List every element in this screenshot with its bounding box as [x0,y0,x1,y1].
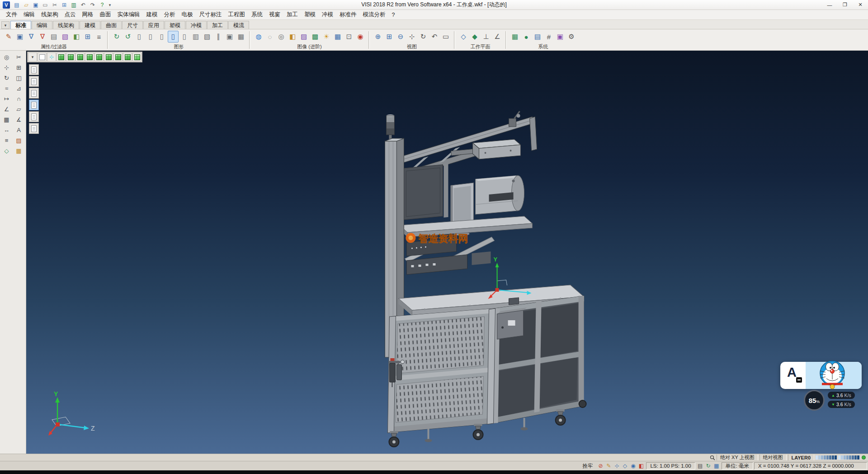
array-icon[interactable]: ▦ [1,114,12,124]
tab-1[interactable]: 编辑 [32,21,52,29]
viewport-list-6[interactable] [29,123,39,134]
tab-8[interactable]: 冲模 [186,21,207,29]
open-file-icon[interactable]: ▱ [22,1,31,9]
menu-item-7[interactable]: 建模 [143,10,161,19]
blank-view-icon[interactable] [38,52,47,62]
chamfer-icon[interactable]: ∠ [1,104,12,114]
refresh-status-icon[interactable]: ↻ [704,462,712,469]
display-settings-icon[interactable]: ▦ [236,31,246,43]
named-view-icon[interactable]: ▭ [440,31,451,43]
lock-constraint-icon[interactable]: ⊘ [596,462,604,469]
transparency-icon[interactable]: ▨ [298,31,309,43]
app-logo-icon[interactable]: V [3,1,10,9]
shade-display-icon[interactable]: ▧ [202,31,212,43]
tab-dropdown-icon[interactable]: ▾ [1,21,9,29]
viewport-list-1[interactable] [29,64,39,75]
mirror-icon[interactable]: ◫ [13,73,24,83]
attribute-match-icon[interactable]: ▣ [14,31,25,43]
paste-icon[interactable]: ▥ [69,1,78,9]
menu-item-13[interactable]: 视窗 [266,10,283,19]
menu-item-11[interactable]: 工程图 [225,10,249,19]
color-filter-icon[interactable]: ▧ [60,31,71,43]
profile-icon[interactable]: ◉ [629,462,637,469]
minimize-button[interactable]: — [822,0,837,9]
menu-item-6[interactable]: 实体编辑 [114,10,143,19]
pan-icon[interactable]: ⊹ [406,31,417,43]
menu-item-17[interactable]: 标准件 [336,10,360,19]
workplane-normal-icon[interactable]: ⊥ [481,31,491,43]
new-file-icon[interactable]: ▤ [12,1,21,9]
tab-6[interactable]: 应用 [143,21,164,29]
grid-icon[interactable]: ▦ [509,31,520,43]
tab-7[interactable]: 塑模 [165,21,185,29]
workplane-reset-icon[interactable]: ∠ [492,31,503,43]
menu-item-14[interactable]: 加工 [283,10,301,19]
redo-icon[interactable]: ↷ [88,1,97,9]
magnet-snap-icon[interactable]: ◧ [637,462,645,469]
measure-icon[interactable]: ∡ [13,114,24,124]
macro-icon[interactable]: ▣ [555,31,566,43]
text-icon[interactable]: A [13,125,24,135]
snapshot-icon[interactable]: ⊡ [344,31,354,43]
tab-0[interactable]: 标准 [10,21,31,29]
menu-item-15[interactable]: 塑模 [301,10,319,19]
wireframe-icon[interactable]: ◌ [264,31,275,43]
print-icon[interactable]: ▭ [41,1,50,9]
bottom-view-icon[interactable] [113,52,123,62]
rotate-icon[interactable]: ↻ [1,73,12,83]
lighting-icon[interactable]: ☀ [321,31,332,43]
group-display-icon[interactable]: ▣ [224,31,235,43]
scale-icon[interactable]: ▱ [13,104,24,114]
zoom-window-icon[interactable]: ⊞ [384,31,395,43]
lock-toggle[interactable]: 拴牢 [580,463,595,469]
menu-item-12[interactable]: 系统 [248,10,266,19]
dimension-icon[interactable]: ↔ [1,125,12,135]
maximize-button[interactable]: ❐ [837,0,853,9]
properties-icon[interactable]: ≡ [94,31,104,43]
shaded-icon[interactable]: ◍ [253,31,264,43]
layer-cylinder-2-icon[interactable]: ▯ [145,31,156,43]
tab-10[interactable]: 模流 [228,21,249,29]
layer-cylinder-active-icon[interactable]: ▯ [168,31,179,43]
menu-item-19[interactable]: ? [389,11,398,19]
grid-status-icon[interactable]: ▦ [712,462,721,469]
save-icon[interactable]: ▣ [31,1,40,9]
zoom-out-icon[interactable]: ⊖ [395,31,406,43]
tab-5[interactable]: 尺寸 [122,21,143,29]
top-view-icon[interactable] [66,52,75,62]
front-view-icon[interactable] [75,52,85,62]
undo-icon[interactable]: ↶ [79,1,88,9]
tab-3[interactable]: 建模 [80,21,100,29]
tab-2[interactable]: 线架构 [53,21,79,29]
menu-item-2[interactable]: 线架构 [38,10,61,19]
tab-4[interactable]: 曲面 [101,21,122,29]
wire-display-icon[interactable]: ▥ [190,31,201,43]
move-icon[interactable]: ⊹ [1,62,12,72]
render-icon[interactable]: ◉ [355,31,366,43]
globe-icon[interactable]: ● [521,31,532,43]
section-icon[interactable]: ◧ [287,31,298,43]
fillet-icon[interactable]: ∩ [13,94,24,104]
zoom-all-icon[interactable]: ⊕ [373,31,383,43]
plane-mode-icon[interactable]: ◇ [621,462,629,469]
redraw-icon[interactable]: ↻ [111,31,122,43]
menu-item-1[interactable]: 编辑 [20,10,38,19]
back-view-icon[interactable] [104,52,113,62]
iso-view-2-icon[interactable] [123,52,132,62]
menu-item-10[interactable]: 尺寸标注 [196,10,225,19]
download-assistant-widget[interactable]: A [780,362,862,411]
layers-icon[interactable]: ≡ [1,135,12,145]
regenerate-icon[interactable]: ↺ [123,31,133,43]
filter-funnel-icon[interactable]: ∇ [26,31,37,43]
copy-icon[interactable]: ⊞ [60,1,69,9]
axis-view-icon[interactable]: ⊹ [47,52,56,62]
left-view-icon[interactable] [94,52,104,62]
background-icon[interactable]: ▦ [332,31,343,43]
trim-icon[interactable]: ⊿ [13,83,24,93]
search-icon[interactable] [710,455,715,460]
calculator-icon[interactable]: # [543,31,554,43]
layer-selector[interactable]: LAYER0 [788,455,814,460]
extend-icon[interactable]: ↦ [1,94,12,104]
viewport-list-4[interactable] [29,100,39,110]
rotate-view-icon[interactable]: ↻ [418,31,429,43]
